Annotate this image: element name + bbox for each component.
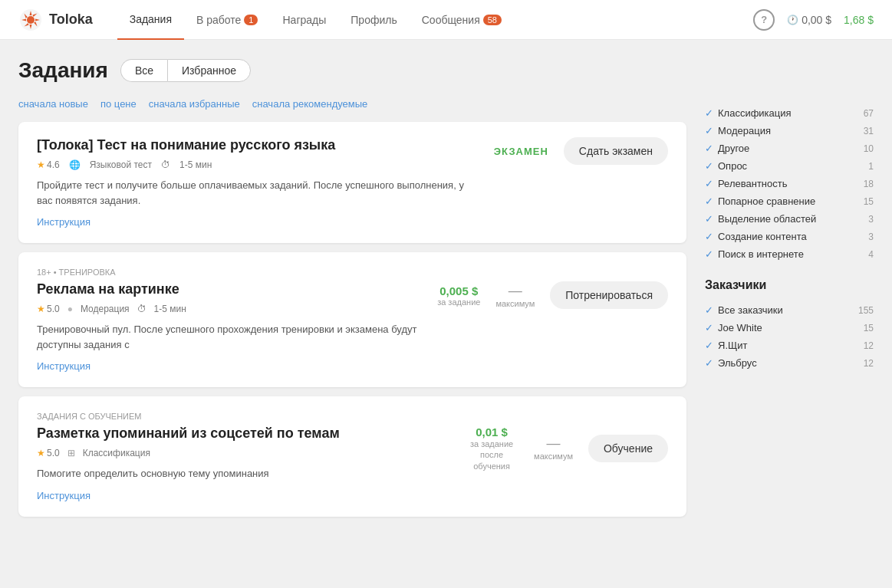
check-icon-2: ✓ [705,143,713,154]
customer-check-2: ✓ [705,340,713,351]
customer-item-3[interactable]: ✓ Эльбрус 12 [705,354,874,372]
category-item-5[interactable]: ✓ Попарное сравнение 15 [705,192,874,210]
card-learning-max-label: максимум [534,452,573,461]
logo-text: Toloka [49,11,93,28]
check-icon-7: ✓ [705,231,713,242]
check-icon-1: ✓ [705,125,713,136]
earning-display: 1,68 $ [844,14,874,26]
customer-item-1[interactable]: ✓ Joe White 15 [705,319,874,337]
check-icon-0: ✓ [705,107,713,119]
nav-item-profile[interactable]: Профиль [338,0,409,40]
check-icon-8: ✓ [705,248,713,260]
category-item-1[interactable]: ✓ Модерация 31 [705,122,874,140]
category-count-3: 1 [868,161,874,172]
customers-title: Заказчики [705,278,874,292]
card-exam-info: ★ 4.6 🌐 Языковой тест ⏱ 1-5 мин [37,159,476,170]
card-training: 18+ • ТРЕНИРОВКА Реклама на картинке ★ 5… [18,252,686,387]
sort-recommended[interactable]: сначала рекомендуемые [252,98,368,110]
card-training-max: — [495,283,535,299]
nav-item-tasks[interactable]: Задания [117,0,184,40]
svg-point-9 [27,16,35,24]
card-training-type: Модерация [81,304,130,314]
category-label-7: Создание контента [718,231,807,242]
card-training-info: ★ 5.0 ● Модерация ⏱ 1-5 мин [37,304,419,314]
customer-count-3: 12 [864,358,874,369]
category-label-3: Опрос [718,160,747,172]
customer-count-2: 12 [864,340,874,351]
customer-count-0: 155 [858,305,874,316]
category-count-1: 31 [864,126,874,136]
card-exam-time-icon: ⏱ [161,159,170,170]
category-label-2: Другое [718,143,749,154]
page-header: Задания Все Избранное [18,58,686,83]
category-item-2[interactable]: ✓ Другое 10 [705,140,874,157]
card-training-title: Реклама на картинке [37,281,419,297]
customer-item-2[interactable]: ✓ Я.Щит 12 [705,337,874,354]
main-layout: Задания Все Избранное сначала новые по ц… [0,40,892,544]
main-nav: Задания В работе 1 Награды Профиль Сообщ… [117,0,753,40]
nav-item-messages[interactable]: Сообщения 58 [410,0,514,40]
card-training-max-block: — максимум [495,283,535,308]
clock2-icon: ⏱ [137,304,146,314]
tab-group: Все Избранное [120,59,251,82]
category-item-7[interactable]: ✓ Создание контента 3 [705,228,874,245]
sort-favorites[interactable]: сначала избранные [149,98,240,110]
card-learning-info: ★ 5.0 ⊞ Классификация [37,448,446,458]
category-item-0[interactable]: ✓ Классификация 67 [705,104,874,122]
card-training-price-label: за задание [437,297,480,307]
dot-icon: ● [67,304,73,314]
sort-newest[interactable]: сначала новые [18,98,88,110]
card-learning-action[interactable]: Обучение [588,435,668,462]
inwork-badge: 1 [244,15,258,25]
content-area: Задания Все Избранное сначала новые по ц… [18,58,686,526]
nav-item-rewards[interactable]: Награды [270,0,338,40]
logo[interactable]: Toloka [18,8,93,32]
card-learning-desc: Помогите определить основную тему упомин… [37,466,446,481]
card-learning-link[interactable]: Инструкция [37,490,91,501]
category-count-6: 3 [868,214,874,225]
card-exam-type-icon: 🌐 [69,159,81,170]
nav-item-inwork[interactable]: В работе 1 [184,0,270,40]
tab-all[interactable]: Все [120,59,167,82]
customer-item-0[interactable]: ✓ Все заказчики 155 [705,301,874,319]
customer-label-2: Я.Щит [718,340,747,351]
category-item-3[interactable]: ✓ Опрос 1 [705,157,874,175]
category-item-4[interactable]: ✓ Релевантность 18 [705,175,874,192]
card-learning-title: Разметка упоминаний из соцсетей по темам [37,425,446,442]
card-exam-action[interactable]: Сдать экзамен [564,137,668,165]
card-training-action[interactable]: Потренироваться [550,281,668,309]
card-exam-link[interactable]: Инструкция [37,216,91,228]
grid-icon: ⊞ [67,448,75,458]
category-label-0: Классификация [718,107,792,119]
card-learning-price: 0,01 $ [465,425,518,439]
exam-badge: ЭКЗАМЕН [494,146,548,157]
category-count-0: 67 [864,108,874,119]
sort-bar: сначала новые по цене сначала избранные … [18,98,686,110]
card-training-meta: 18+ • ТРЕНИРОВКА [37,268,668,277]
check-icon-5: ✓ [705,195,713,207]
help-button[interactable]: ? [753,9,775,31]
tab-favorites[interactable]: Избранное [167,59,251,82]
category-label-1: Модерация [718,125,771,136]
customer-label-3: Эльбрус [718,357,757,369]
card-training-rating: 5.0 [47,304,60,314]
card-exam: [Толока] Тест на понимание русского язык… [18,122,686,243]
card-exam-time: 1-5 мин [179,159,212,170]
sort-price[interactable]: по цене [100,98,137,110]
page-title: Задания [18,58,108,83]
category-item-8[interactable]: ✓ Поиск в интернете 4 [705,245,874,263]
category-label-4: Релевантность [718,178,787,189]
card-training-price: 0,005 $ [437,284,480,297]
category-item-6[interactable]: ✓ Выделение областей 3 [705,210,874,228]
card-learning-max: — [534,435,573,452]
check-icon-6: ✓ [705,213,713,225]
category-count-8: 4 [868,249,874,260]
category-count-2: 10 [864,143,874,154]
card-training-link[interactable]: Инструкция [37,360,91,372]
header-right: ? 🕐 0,00 $ 1,68 $ [753,9,874,31]
category-count-4: 18 [864,179,874,189]
card-training-time: 1-5 мин [154,304,186,314]
card-exam-title: [Толока] Тест на понимание русского язык… [37,137,476,153]
category-label-6: Выделение областей [718,213,816,225]
sidebar: ✓ Классификация 67 ✓ Модерация 31 ✓ Друг [705,58,874,526]
